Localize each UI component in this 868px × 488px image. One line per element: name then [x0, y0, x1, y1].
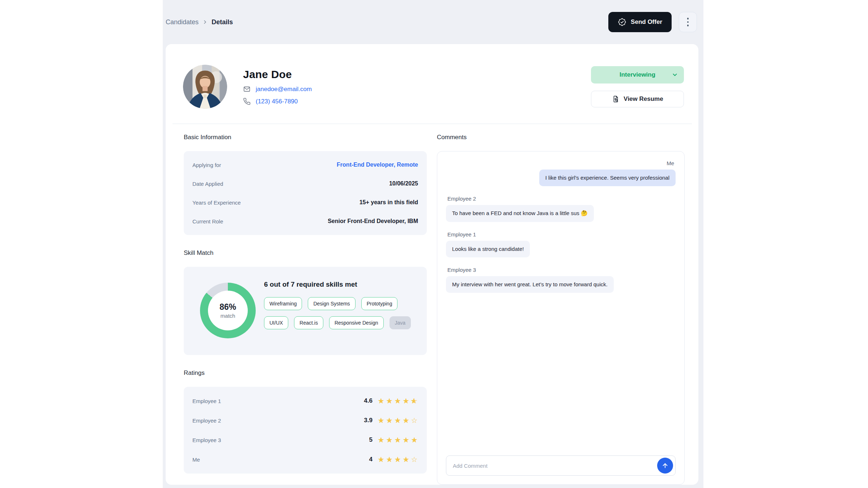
- send-offer-label: Send Offer: [631, 18, 662, 26]
- view-resume-button[interactable]: View Resume: [591, 91, 684, 107]
- file-search-icon: [612, 95, 620, 103]
- profile-identity: Jane Doe janedoe@email.com (123) 456-789…: [243, 68, 312, 105]
- match-percent: 86%: [220, 302, 236, 312]
- star-icon: ☆★: [377, 455, 385, 464]
- comments-title: Comments: [437, 134, 685, 141]
- star-fill: ★: [386, 397, 393, 405]
- header-divider: [173, 124, 692, 124]
- email-row: janedoe@email.com: [243, 85, 312, 93]
- info-row-value: 10/06/2025: [389, 180, 418, 187]
- comment-bubble: To have been a FED and not know Java is …: [446, 205, 594, 222]
- send-comment-button[interactable]: [657, 458, 673, 474]
- status-dropdown[interactable]: Interviewing: [591, 66, 684, 84]
- comment-author: Me: [665, 160, 676, 166]
- rating-rater-name: Employee 2: [192, 418, 221, 424]
- star-icon: ☆★: [377, 397, 385, 405]
- comment-author: Employee 3: [446, 267, 477, 273]
- ratings-panel: Employee 14.6☆★☆★☆★☆★☆★Employee 23.9☆★☆★…: [184, 387, 427, 474]
- info-row-label: Applying for: [192, 162, 221, 168]
- star-fill: ★: [402, 397, 410, 405]
- star-icon: ☆★: [394, 436, 401, 444]
- skill-chip-responsive-design: Responsive Design: [329, 316, 384, 329]
- candidate-name: Jane Doe: [243, 68, 312, 81]
- comment-input-row: [446, 455, 676, 476]
- star-fill: ★: [402, 455, 410, 464]
- info-row: Date Applied10/06/2025: [192, 180, 418, 187]
- info-row-value[interactable]: Front-End Developer, Remote: [337, 162, 418, 168]
- skill-chip-prototyping: Prototyping: [361, 297, 398, 310]
- rating-score: 4.6: [364, 397, 373, 404]
- comment-bubble: My interview with her went great. Let’s …: [446, 276, 614, 293]
- star-icon: ☆★: [402, 416, 410, 425]
- skill-chips: WireframingDesign SystemsPrototypingUI/U…: [264, 297, 417, 329]
- skill-chip-design-systems: Design Systems: [308, 297, 355, 310]
- star-fill: ★: [402, 436, 410, 444]
- kebab-dot: [687, 21, 689, 23]
- star-fill: ★: [394, 416, 401, 425]
- star-icon: ☆★: [386, 455, 393, 464]
- skill-chip-java: Java: [390, 316, 411, 329]
- breadcrumb-candidates[interactable]: Candidates: [166, 18, 199, 26]
- app-shell: Candidates Details Send Offer: [163, 0, 703, 488]
- star-fill: ★: [410, 397, 415, 405]
- star-fill: ★: [386, 455, 393, 464]
- send-offer-button[interactable]: Send Offer: [608, 12, 672, 32]
- star-fill: ★: [394, 397, 401, 405]
- rating-row: Employee 35☆★☆★☆★☆★☆★: [192, 436, 418, 444]
- star-icon: ☆★: [394, 397, 401, 405]
- skill-chip-ui-ux: UI/UX: [264, 316, 288, 329]
- comment-message: Employee 3My interview with her went gre…: [446, 267, 676, 293]
- rating-value: 3.9☆★☆★☆★☆★☆★: [364, 416, 418, 425]
- info-row: Applying forFront-End Developer, Remote: [192, 162, 418, 168]
- topbar-actions: Send Offer: [608, 12, 697, 32]
- rating-rater-name: Me: [192, 457, 200, 463]
- info-row-label: Date Applied: [192, 181, 223, 187]
- comment-bubble: Looks like a strong candidate!: [446, 241, 530, 257]
- rating-stars: ☆★☆★☆★☆★☆★: [377, 436, 418, 444]
- phone-icon: [243, 98, 251, 105]
- top-bar: Candidates Details Send Offer: [163, 0, 703, 44]
- add-comment-input[interactable]: [446, 455, 676, 476]
- star-fill: ★: [377, 455, 385, 464]
- rating-stars: ☆★☆★☆★☆★☆★: [377, 416, 418, 425]
- star-icon: ☆★: [402, 436, 410, 444]
- breadcrumb: Candidates Details: [166, 18, 233, 26]
- star-icon: ☆★: [386, 436, 393, 444]
- left-column: Basic Information Applying forFront-End …: [184, 134, 427, 481]
- breadcrumb-details: Details: [212, 18, 233, 26]
- star-fill: ★: [377, 436, 385, 444]
- candidate-phone-link[interactable]: (123) 456-7890: [256, 98, 298, 105]
- skill-match-title: Skill Match: [184, 249, 427, 257]
- candidate-email-link[interactable]: janedoe@email.com: [256, 86, 312, 93]
- rating-row: Me4☆★☆★☆★☆★☆★: [192, 455, 418, 464]
- comment-message: Employee 2To have been a FED and not kno…: [446, 196, 676, 222]
- rating-score: 4: [369, 456, 373, 463]
- rating-value: 4.6☆★☆★☆★☆★☆★: [364, 397, 418, 405]
- info-row-label: Current Role: [192, 218, 223, 224]
- kebab-dot: [687, 18, 689, 20]
- rating-value: 4☆★☆★☆★☆★☆★: [369, 455, 418, 464]
- comment-author: Employee 1: [446, 231, 477, 237]
- info-row-label: Years of Experience: [192, 200, 241, 206]
- basic-info-title: Basic Information: [184, 134, 427, 141]
- rating-rater-name: Employee 3: [192, 437, 221, 443]
- star-fill: ★: [410, 436, 418, 444]
- star-fill: ★: [394, 455, 401, 464]
- rating-row: Employee 23.9☆★☆★☆★☆★☆★: [192, 416, 418, 425]
- chevron-down-icon: [672, 72, 678, 78]
- comment-message: MeI like this girl’s experience. Seems v…: [446, 160, 676, 186]
- star-icon: ☆★: [394, 455, 401, 464]
- rating-stars: ☆★☆★☆★☆★☆★: [377, 397, 418, 405]
- basic-info-panel: Applying forFront-End Developer, RemoteD…: [184, 151, 427, 235]
- mail-icon: [243, 85, 251, 93]
- comment-bubble: I like this girl’s experience. Seems ver…: [539, 170, 676, 186]
- skill-chip-wireframing: Wireframing: [264, 297, 302, 310]
- info-row: Current RoleSenior Front-End Developer, …: [192, 218, 418, 224]
- star-fill: ★: [377, 416, 385, 425]
- phone-row: (123) 456-7890: [243, 98, 312, 105]
- rating-value: 5☆★☆★☆★☆★☆★: [369, 436, 418, 444]
- skill-summary: 6 out of 7 required skills met Wireframi…: [264, 281, 417, 329]
- star-icon: ☆★: [394, 416, 401, 425]
- kebab-menu-button[interactable]: [679, 12, 697, 32]
- donut-center: 86% match: [208, 291, 248, 330]
